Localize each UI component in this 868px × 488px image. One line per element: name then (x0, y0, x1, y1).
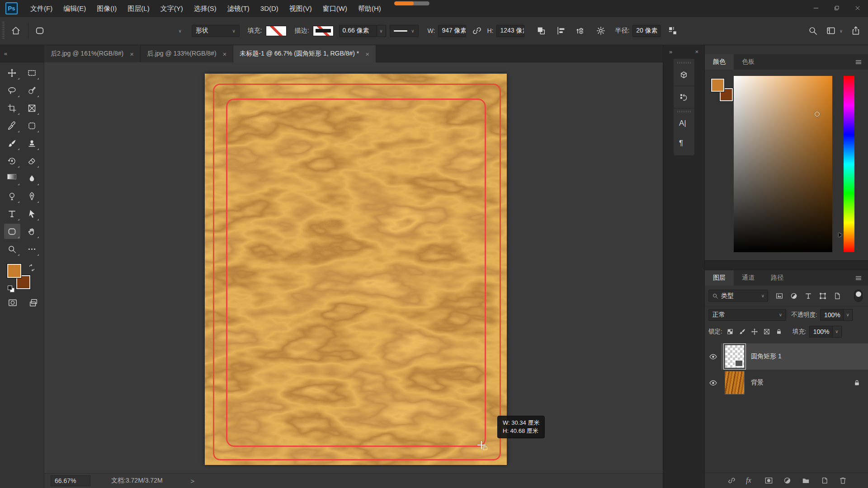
stroke-width-input[interactable]: 0.66 像素 (339, 25, 377, 37)
stroke-swatch[interactable] (313, 26, 334, 36)
path-arrangement-icon[interactable] (576, 26, 586, 36)
foreground-color-swatch[interactable] (7, 264, 21, 278)
tool-patch[interactable] (24, 118, 40, 133)
tool-blur[interactable] (24, 171, 40, 186)
layer-thumbnail[interactable] (725, 345, 745, 368)
rounded-rectangle-outline-inner[interactable] (226, 99, 486, 447)
swap-colors-icon[interactable] (28, 264, 36, 272)
mask-icon[interactable] (764, 476, 773, 485)
tool-hand[interactable] (24, 224, 40, 239)
tool-type[interactable] (4, 206, 20, 221)
hue-slider-marker[interactable] (839, 233, 842, 237)
width-input[interactable]: 947 像素 (438, 25, 466, 37)
menu-item-4[interactable]: 图层(L) (122, 0, 155, 17)
tool-zoom[interactable] (4, 241, 20, 257)
layer-visibility-toggle[interactable] (705, 379, 721, 387)
adjust-icon[interactable] (783, 476, 792, 485)
shape-mode-select[interactable]: 形状∨ (192, 25, 240, 37)
tool-move[interactable] (4, 65, 20, 80)
tab-layers[interactable]: 图层 (705, 270, 734, 286)
menu-item-6[interactable]: 选择(S) (189, 0, 222, 17)
menu-item-5[interactable]: 文字(Y) (155, 0, 189, 17)
stroke-width-chevron-icon[interactable]: ∨ (377, 25, 386, 37)
hue-slider[interactable] (844, 76, 854, 252)
menu-item-8[interactable]: 3D(D) (255, 0, 284, 17)
lock-move-icon[interactable] (751, 328, 758, 335)
tool-quick-select[interactable] (24, 83, 40, 98)
tool-lasso[interactable] (4, 83, 20, 98)
collapsed-panel-cube[interactable] (674, 65, 694, 85)
menu-item-7[interactable]: 滤镜(T) (222, 0, 255, 17)
filter-shape-icon[interactable] (819, 292, 827, 300)
height-input[interactable]: 1243 像素 (496, 25, 524, 37)
default-colors-icon[interactable] (8, 286, 15, 293)
panel-foreground-swatch[interactable] (711, 79, 724, 92)
tool-preset-icon[interactable] (35, 26, 45, 36)
workspace-chevron-icon[interactable]: ∨ (836, 28, 843, 33)
screen-mode-button[interactable] (27, 298, 40, 308)
document-tab-2[interactable]: 后.jpg @ 133%(RGB/8#)× (141, 45, 233, 62)
menu-item-1[interactable]: 文件(F) (25, 0, 58, 17)
tool-pen[interactable] (24, 188, 40, 204)
close-button[interactable] (847, 1, 868, 15)
blend-mode-select[interactable]: 正常∨ (708, 309, 786, 321)
status-expander-chevron-icon[interactable]: > (191, 477, 195, 485)
tool-brush[interactable] (4, 136, 20, 151)
filter-adjust-icon[interactable] (790, 292, 798, 300)
home-icon[interactable] (11, 26, 21, 36)
menu-item-9[interactable]: 视图(V) (284, 0, 317, 17)
stroke-style-select[interactable]: ∨ (390, 25, 419, 37)
lock-brush-icon[interactable] (739, 328, 746, 335)
tool-clone-stamp[interactable] (24, 136, 40, 151)
saturation-brightness-picker[interactable] (734, 76, 832, 252)
search-icon[interactable] (808, 26, 818, 36)
tab-swatches[interactable]: 色板 (734, 54, 763, 70)
filter-image-icon[interactable] (775, 292, 783, 300)
opacity-chevron-icon[interactable]: ∨ (844, 309, 853, 321)
restore-button[interactable] (826, 1, 847, 15)
lock-lock-icon[interactable] (775, 328, 783, 335)
tool-preset-chevron-icon[interactable]: ∨ (175, 28, 181, 33)
layer-row[interactable]: 圆角矩形 1 (705, 343, 868, 370)
trash-icon[interactable] (839, 476, 847, 485)
align-edges-icon[interactable] (668, 26, 678, 36)
collapsed-panel-char[interactable]: A| (674, 114, 694, 134)
panel-menu-icon[interactable] (854, 275, 863, 282)
opacity-input[interactable]: 100% (820, 309, 844, 321)
menu-item-10[interactable]: 窗口(W) (317, 0, 353, 17)
layer-name[interactable]: 圆角矩形 1 (751, 352, 782, 361)
layer-row[interactable]: 背景 (705, 370, 868, 396)
zoom-level-field[interactable]: 66.67% (51, 475, 90, 486)
link-icon[interactable] (727, 476, 736, 485)
tool-frame[interactable] (24, 100, 40, 116)
minimize-button[interactable] (806, 1, 826, 15)
tab-paths[interactable]: 路径 (763, 270, 792, 286)
toolbar-collapse-chevron-icon[interactable]: « (0, 45, 44, 62)
fill-swatch[interactable] (266, 26, 287, 36)
workspace-icon[interactable] (826, 26, 836, 36)
filter-smart-icon[interactable] (833, 292, 841, 300)
layer-fill-input[interactable]: 100% (809, 326, 833, 338)
tool-ellipsis[interactable] (24, 241, 40, 257)
lock-frame-icon[interactable] (763, 328, 770, 335)
panel-menu-icon[interactable] (854, 59, 863, 66)
close-panel-icon[interactable]: × (695, 48, 698, 55)
folder-icon[interactable] (802, 476, 810, 485)
radius-input[interactable]: 20 像素 (632, 25, 660, 37)
tool-path-select[interactable] (24, 206, 40, 221)
layer-filter-toggle[interactable] (854, 290, 863, 302)
tool-eyedropper[interactable] (4, 118, 20, 133)
layer-style-fx-icon[interactable]: fx (746, 476, 755, 485)
share-icon[interactable] (851, 26, 861, 36)
quick-mask-button[interactable] (6, 298, 19, 308)
path-operations-icon[interactable] (536, 26, 546, 36)
menu-item-2[interactable]: 编辑(E) (58, 0, 91, 17)
document-canvas[interactable] (205, 74, 507, 465)
canvas-pasteboard[interactable]: W: 30.34 厘米 H: 40.68 厘米 (44, 62, 663, 473)
tab-close-icon[interactable]: × (223, 50, 227, 58)
layer-filter-type-select[interactable]: 类型 ∨ (708, 290, 768, 302)
shape-settings-gear-icon[interactable] (596, 26, 606, 36)
filter-typeT-icon[interactable] (804, 292, 812, 300)
expand-panels-chevron-icon[interactable]: » (669, 48, 672, 55)
layer-thumbnail[interactable] (725, 371, 745, 394)
